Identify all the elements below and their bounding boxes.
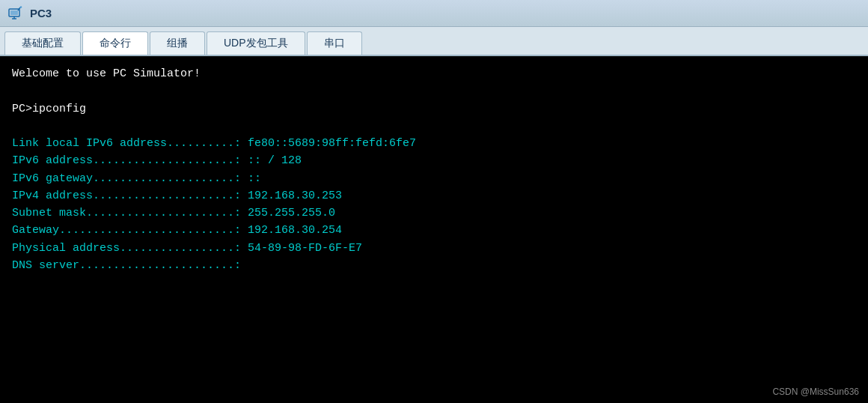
watermark: CSDN @MissSun636 bbox=[772, 387, 859, 397]
terminal-line-2: PC>ipconfig bbox=[12, 100, 856, 118]
tab-udp[interactable]: UDP发包工具 bbox=[207, 31, 305, 55]
tab-bar: 基础配置 命令行 组播 UDP发包工具 串口 bbox=[0, 27, 868, 56]
terminal-line-11: DNS server.......................: bbox=[12, 257, 856, 274]
tab-multicast[interactable]: 组播 bbox=[150, 31, 205, 55]
terminal-line-3 bbox=[12, 118, 856, 135]
terminal[interactable]: Welcome to use PC Simulator! PC>ipconfig… bbox=[0, 56, 868, 403]
terminal-line-5: IPv6 address.....................: :: / … bbox=[12, 152, 856, 169]
svg-point-5 bbox=[20, 6, 22, 7]
window: PC3 基础配置 命令行 组播 UDP发包工具 串口 Welcome to us… bbox=[0, 0, 868, 403]
terminal-line-9: Gateway..........................: 192.1… bbox=[12, 222, 856, 239]
tab-serial[interactable]: 串口 bbox=[307, 31, 362, 55]
tab-cmd[interactable]: 命令行 bbox=[82, 31, 148, 55]
title-bar: PC3 bbox=[0, 0, 868, 27]
terminal-line-6: IPv6 gateway.....................: :: bbox=[12, 170, 856, 187]
pc-icon bbox=[7, 5, 24, 22]
tab-basic[interactable]: 基础配置 bbox=[4, 31, 81, 55]
terminal-line-10: Physical address.................: 54-89… bbox=[12, 240, 856, 257]
terminal-line-4: Link local IPv6 address..........: fe80:… bbox=[12, 135, 856, 152]
window-title: PC3 bbox=[30, 7, 52, 19]
terminal-line-8: Subnet mask......................: 255.2… bbox=[12, 204, 856, 222]
terminal-line-1 bbox=[12, 82, 856, 100]
svg-rect-1 bbox=[10, 10, 18, 15]
terminal-line-0: Welcome to use PC Simulator! bbox=[12, 65, 856, 82]
terminal-line-7: IPv4 address.....................: 192.1… bbox=[12, 187, 856, 204]
